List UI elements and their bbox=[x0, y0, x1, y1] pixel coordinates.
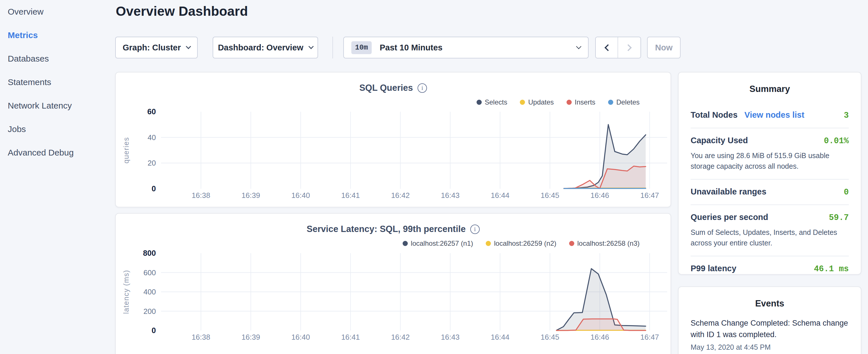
summary-row-unavailable-ranges: Unavailable ranges 0 bbox=[691, 180, 849, 204]
events-title: Events bbox=[691, 287, 849, 309]
chevron-left-icon bbox=[604, 44, 611, 51]
svg-text:800: 800 bbox=[143, 249, 156, 257]
svg-text:16:46: 16:46 bbox=[591, 191, 609, 200]
svg-text:16:42: 16:42 bbox=[391, 333, 410, 342]
summary-panel: Summary Total Nodes View nodes list 3 Ca… bbox=[678, 72, 861, 275]
summary-label: Total Nodes bbox=[691, 110, 738, 120]
svg-text:16:39: 16:39 bbox=[242, 333, 260, 342]
summary-value: 3 bbox=[844, 111, 849, 120]
time-next-button[interactable] bbox=[618, 37, 641, 58]
summary-label: Capacity Used bbox=[691, 136, 748, 145]
event-text: Schema Change Completed: Schema change w… bbox=[691, 317, 849, 340]
summary-title: Summary bbox=[691, 72, 849, 94]
svg-text:16:45: 16:45 bbox=[541, 333, 559, 342]
summary-value: 59.7 bbox=[829, 213, 849, 223]
dashboard-dropdown-label: Dashboard: Overview bbox=[218, 43, 303, 53]
page-title: Overview Dashboard bbox=[116, 3, 248, 19]
summary-label: Unavailable ranges bbox=[691, 187, 766, 196]
dashboard-dropdown[interactable]: Dashboard: Overview bbox=[213, 37, 318, 58]
service-latency-chart[interactable]: 16:3816:3916:4016:4116:4216:4316:4416:45… bbox=[116, 214, 671, 354]
sidebar-item-metrics[interactable]: Metrics bbox=[0, 24, 112, 47]
chevron-down-icon bbox=[308, 44, 313, 49]
svg-text:16:38: 16:38 bbox=[192, 333, 210, 342]
summary-value: 0.01% bbox=[824, 136, 849, 146]
svg-text:latency (ms): latency (ms) bbox=[122, 270, 130, 314]
event-item[interactable]: Schema Change Completed: Schema change w… bbox=[691, 317, 849, 351]
svg-text:0: 0 bbox=[152, 185, 156, 193]
time-range-badge: 10m bbox=[351, 41, 372, 54]
time-step-buttons bbox=[595, 37, 641, 58]
svg-text:16:47: 16:47 bbox=[641, 333, 659, 342]
chart-svg: 16:3816:3916:4016:4116:4216:4316:4416:45… bbox=[116, 214, 671, 354]
sidebar-item-jobs[interactable]: Jobs bbox=[0, 118, 112, 141]
svg-text:0: 0 bbox=[152, 326, 156, 335]
graph-scope-dropdown-label: Graph: Cluster bbox=[123, 43, 181, 53]
svg-text:16:42: 16:42 bbox=[391, 191, 410, 200]
svg-text:16:45: 16:45 bbox=[541, 191, 559, 200]
svg-text:16:40: 16:40 bbox=[291, 191, 310, 200]
chevron-right-icon bbox=[625, 44, 631, 51]
svg-text:400: 400 bbox=[144, 288, 156, 296]
svg-text:16:41: 16:41 bbox=[341, 191, 360, 200]
svg-text:16:44: 16:44 bbox=[491, 333, 509, 342]
svg-text:16:41: 16:41 bbox=[341, 333, 360, 342]
svg-text:600: 600 bbox=[144, 268, 156, 277]
svg-text:200: 200 bbox=[144, 307, 156, 316]
sidebar-item-advanced-debug[interactable]: Advanced Debug bbox=[0, 141, 112, 164]
view-nodes-list-link[interactable]: View nodes list bbox=[744, 110, 804, 120]
dashboard-controls: Graph: Cluster Dashboard: Overview 10m P… bbox=[115, 37, 681, 58]
svg-text:16:44: 16:44 bbox=[491, 191, 509, 200]
svg-text:queries: queries bbox=[122, 137, 130, 164]
svg-text:20: 20 bbox=[148, 159, 156, 167]
summary-label: Queries per second bbox=[691, 213, 768, 222]
sql-queries-chart[interactable]: 16:3816:3916:4016:4116:4216:4316:4416:45… bbox=[116, 72, 671, 207]
svg-text:16:38: 16:38 bbox=[192, 191, 210, 200]
summary-row-total-nodes: Total Nodes View nodes list 3 bbox=[691, 103, 849, 128]
sidebar-item-network-latency[interactable]: Network Latency bbox=[0, 94, 112, 118]
sql-queries-chart-card: SQL Queries i SelectsUpdatesInsertsDelet… bbox=[115, 72, 671, 207]
sidebar-item-databases[interactable]: Databases bbox=[0, 47, 112, 70]
time-prev-button[interactable] bbox=[596, 37, 618, 58]
chart-svg: 16:3816:3916:4016:4116:4216:4316:4416:45… bbox=[116, 72, 671, 207]
summary-row-capacity-used: Capacity Used 0.01% You are using 28.6 M… bbox=[691, 128, 849, 179]
summary-label: P99 latency bbox=[691, 264, 737, 273]
chevron-down-icon bbox=[186, 44, 191, 49]
svg-text:16:39: 16:39 bbox=[242, 191, 260, 200]
svg-text:16:46: 16:46 bbox=[591, 333, 609, 342]
svg-text:16:43: 16:43 bbox=[441, 191, 460, 200]
svg-text:16:40: 16:40 bbox=[291, 333, 310, 342]
graph-scope-dropdown[interactable]: Graph: Cluster bbox=[115, 37, 198, 58]
time-range-label: Past 10 Minutes bbox=[380, 43, 442, 53]
service-latency-chart-card: Service Latency: SQL, 99th percentile i … bbox=[115, 213, 671, 354]
svg-text:16:43: 16:43 bbox=[441, 333, 460, 342]
summary-value: 46.1 ms bbox=[814, 264, 849, 274]
summary-description: Sum of Selects, Updates, Inserts, and De… bbox=[691, 227, 849, 248]
summary-row-p99-latency: P99 latency 46.1 ms bbox=[691, 256, 849, 281]
now-button[interactable]: Now bbox=[647, 37, 681, 58]
page-root: Overview Metrics Databases Statements Ne… bbox=[0, 0, 868, 354]
sidebar: Overview Metrics Databases Statements Ne… bbox=[0, 0, 112, 354]
divider bbox=[333, 37, 333, 58]
sidebar-nav: Overview Metrics Databases Statements Ne… bbox=[0, 0, 112, 164]
summary-row-queries-per-second: Queries per second 59.7 Sum of Selects, … bbox=[691, 205, 849, 256]
summary-description: You are using 28.6 MiB of 515.9 GiB usab… bbox=[691, 150, 849, 171]
sidebar-item-statements[interactable]: Statements bbox=[0, 70, 112, 94]
events-panel: Events Schema Change Completed: Schema c… bbox=[678, 286, 861, 354]
time-range-selector[interactable]: 10m Past 10 Minutes bbox=[343, 37, 589, 58]
svg-text:40: 40 bbox=[148, 133, 156, 142]
summary-value: 0 bbox=[844, 188, 849, 197]
event-timestamp: May 13, 2020 at 4:45 PM bbox=[691, 343, 849, 351]
chevron-down-icon bbox=[576, 44, 581, 49]
svg-text:60: 60 bbox=[147, 107, 156, 116]
sidebar-item-overview[interactable]: Overview bbox=[0, 0, 112, 24]
svg-text:16:47: 16:47 bbox=[641, 191, 659, 200]
